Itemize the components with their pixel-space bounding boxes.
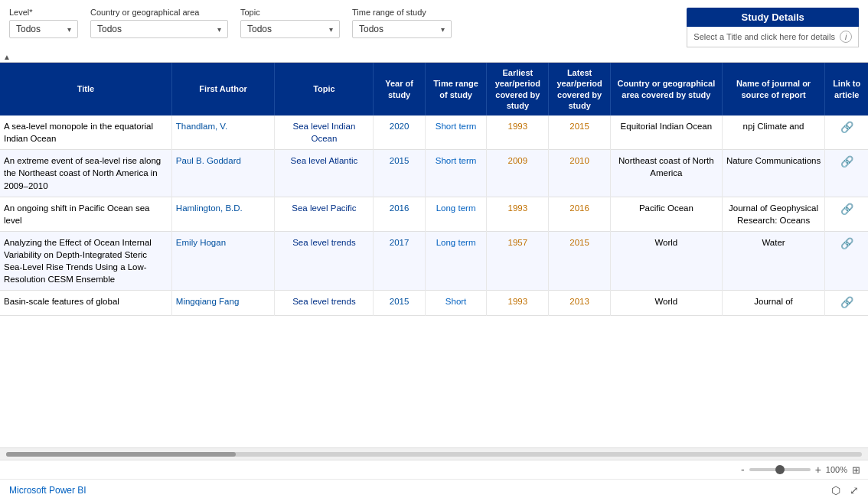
filter-row: Level* Todos ▾ Country or geographical a… bbox=[0, 0, 868, 52]
powerbi-link[interactable]: Microsoft Power BI bbox=[9, 485, 86, 496]
cell-7: Pacific Ocean bbox=[610, 197, 722, 231]
col-header-year[interactable]: Year of study bbox=[374, 63, 425, 115]
cell-0: Analyzing the Effect of Ocean Internal V… bbox=[0, 231, 171, 290]
cell-1: Emily Hogan bbox=[171, 231, 275, 290]
col-header-latest[interactable]: Latest year/period covered by study bbox=[549, 63, 611, 115]
cell-3: 2015 bbox=[374, 291, 425, 316]
horizontal-scrollbar[interactable] bbox=[0, 447, 868, 460]
filter-group-timerange: Time range of study Todos ▾ bbox=[352, 8, 452, 38]
table-row[interactable]: An extreme event of sea-level rise along… bbox=[0, 150, 868, 197]
cell-8: Journal of Geophysical Research: Oceans bbox=[722, 197, 825, 231]
cell-1: Thandlam, V. bbox=[171, 115, 275, 150]
cell-7: Northeast coast of North America bbox=[610, 150, 722, 197]
col-header-country[interactable]: Country or geographical area covered by … bbox=[610, 63, 722, 115]
cell-5: 1957 bbox=[487, 231, 549, 290]
cell-4: Short bbox=[425, 291, 487, 316]
share-icon[interactable]: ⬡ bbox=[831, 484, 840, 496]
link-icon[interactable]: 🔗 bbox=[825, 115, 868, 150]
cell-6: 2015 bbox=[549, 231, 611, 290]
cell-3: 2016 bbox=[374, 197, 425, 231]
zoom-slider[interactable] bbox=[749, 468, 811, 471]
sort-indicator-row: ▲ bbox=[0, 52, 868, 63]
cell-0: An ongoing shift in Pacific Ocean sea le… bbox=[0, 197, 171, 231]
col-header-earliest[interactable]: Earliest year/period covered by study bbox=[487, 63, 549, 115]
cell-4: Long term bbox=[425, 231, 487, 290]
cell-0: An extreme event of sea-level rise along… bbox=[0, 150, 171, 197]
cell-8: Nature Communications bbox=[722, 150, 825, 197]
cell-8: npj Climate and bbox=[722, 115, 825, 150]
fit-to-page-icon[interactable]: ⊞ bbox=[852, 464, 860, 476]
study-details-subtitle: Select a Title and click here for detail… bbox=[693, 32, 835, 41]
cell-0: Basin-scale features of global bbox=[0, 291, 171, 316]
cell-8: Water bbox=[722, 231, 825, 290]
zoom-percent-label: 100% bbox=[826, 465, 847, 474]
cell-2: Sea level Indian Ocean bbox=[275, 115, 374, 150]
table-row[interactable]: An ongoing shift in Pacific Ocean sea le… bbox=[0, 197, 868, 231]
zoom-minus-button[interactable]: - bbox=[741, 464, 745, 476]
filter-label-timerange: Time range of study bbox=[352, 8, 452, 17]
filter-select-level[interactable]: Todos ▾ bbox=[9, 20, 78, 38]
table-scroll-area[interactable]: Title First Author Topic Year of study T… bbox=[0, 63, 868, 447]
cell-4: Long term bbox=[425, 197, 487, 231]
footer-icons: ⬡ ⤢ bbox=[831, 484, 859, 496]
table-row[interactable]: Basin-scale features of globalMingqiang … bbox=[0, 291, 868, 316]
chevron-down-icon: ▾ bbox=[67, 25, 71, 34]
cell-1: Paul B. Goddard bbox=[171, 150, 275, 197]
table-header-row: Title First Author Topic Year of study T… bbox=[0, 63, 868, 115]
zoom-plus-button[interactable]: + bbox=[815, 464, 821, 476]
cell-0: A sea-level monopole in the equatorial I… bbox=[0, 115, 171, 150]
filter-label-level: Level* bbox=[9, 8, 78, 17]
cell-6: 2015 bbox=[549, 115, 611, 150]
filter-value-country: Todos bbox=[97, 24, 214, 34]
info-icon: i bbox=[840, 31, 852, 43]
cell-3: 2020 bbox=[374, 115, 425, 150]
study-details-panel: Study Details Select a Title and click h… bbox=[687, 8, 859, 47]
zoom-bar: - + 100% ⊞ bbox=[0, 460, 868, 479]
cell-5: 2009 bbox=[487, 150, 549, 197]
cell-8: Journal of bbox=[722, 291, 825, 316]
footer-bar: Microsoft Power BI ⬡ ⤢ bbox=[0, 479, 868, 501]
cell-5: 1993 bbox=[487, 197, 549, 231]
link-icon[interactable]: 🔗 bbox=[825, 291, 868, 316]
data-table: Title First Author Topic Year of study T… bbox=[0, 63, 868, 316]
cell-4: Short term bbox=[425, 150, 487, 197]
zoom-thumb bbox=[775, 465, 785, 474]
col-header-timerange[interactable]: Time range of study bbox=[425, 63, 487, 115]
cell-1: Mingqiang Fang bbox=[171, 291, 275, 316]
cell-4: Short term bbox=[425, 115, 487, 150]
filter-group-level: Level* Todos ▾ bbox=[9, 8, 78, 38]
chevron-down-icon-country: ▾ bbox=[217, 25, 221, 34]
cell-2: Sea level trends bbox=[275, 291, 374, 316]
col-header-topic[interactable]: Topic bbox=[275, 63, 374, 115]
filter-label-topic: Topic bbox=[240, 8, 340, 17]
link-icon[interactable]: 🔗 bbox=[825, 150, 868, 197]
col-header-journal[interactable]: Name of journal or source of report bbox=[722, 63, 825, 115]
filter-select-country[interactable]: Todos ▾ bbox=[90, 20, 228, 38]
col-header-link[interactable]: Link to article bbox=[825, 63, 868, 115]
cell-2: Sea level trends bbox=[275, 231, 374, 290]
filter-value-topic: Todos bbox=[247, 24, 326, 34]
study-details-sub[interactable]: Select a Title and click here for detail… bbox=[687, 27, 859, 47]
filter-value-level: Todos bbox=[16, 24, 64, 34]
cell-5: 1993 bbox=[487, 115, 549, 150]
link-icon[interactable]: 🔗 bbox=[825, 197, 868, 231]
filter-select-topic[interactable]: Todos ▾ bbox=[240, 20, 340, 38]
chevron-down-icon-topic: ▾ bbox=[329, 25, 333, 34]
cell-2: Sea level Pacific bbox=[275, 197, 374, 231]
col-header-title[interactable]: Title bbox=[0, 63, 171, 115]
cell-6: 2016 bbox=[549, 197, 611, 231]
table-container: ▲ Title Fi bbox=[0, 52, 868, 460]
filter-select-timerange[interactable]: Todos ▾ bbox=[352, 20, 452, 38]
cell-7: Equitorial Indian Ocean bbox=[610, 115, 722, 150]
filter-value-timerange: Todos bbox=[359, 24, 438, 34]
cell-3: 2017 bbox=[374, 231, 425, 290]
cell-7: World bbox=[610, 291, 722, 316]
col-header-author[interactable]: First Author bbox=[171, 63, 275, 115]
cell-6: 2013 bbox=[549, 291, 611, 316]
chevron-down-icon-timerange: ▾ bbox=[441, 25, 445, 34]
table-row[interactable]: Analyzing the Effect of Ocean Internal V… bbox=[0, 231, 868, 290]
table-row[interactable]: A sea-level monopole in the equatorial I… bbox=[0, 115, 868, 150]
filter-group-topic: Topic Todos ▾ bbox=[240, 8, 340, 38]
link-icon[interactable]: 🔗 bbox=[825, 231, 868, 290]
expand-icon[interactable]: ⤢ bbox=[850, 484, 859, 496]
